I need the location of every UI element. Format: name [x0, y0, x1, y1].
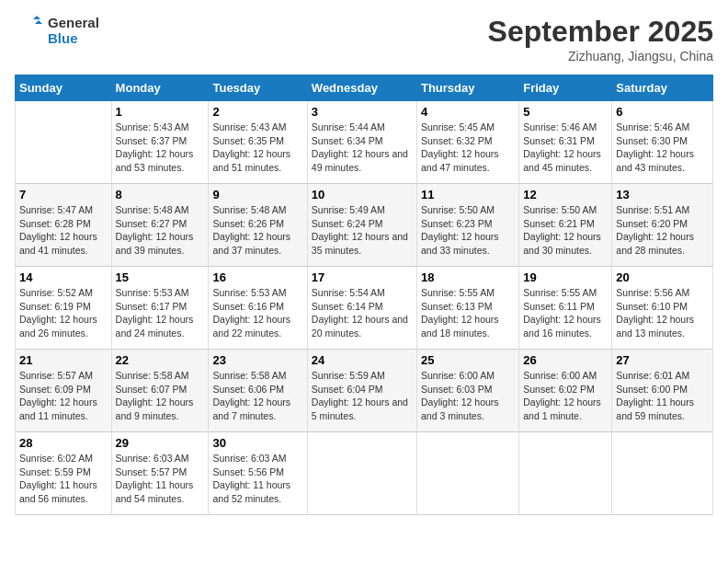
- calendar-cell: 27Sunrise: 6:01 AMSunset: 6:00 PMDayligh…: [612, 350, 713, 432]
- day-info: Sunrise: 5:44 AMSunset: 6:34 PMDaylight:…: [312, 121, 413, 175]
- svg-marker-2: [35, 20, 42, 24]
- logo-blue: Blue: [48, 30, 99, 46]
- day-info: Sunrise: 6:01 AMSunset: 6:00 PMDaylight:…: [616, 369, 709, 423]
- col-header-saturday: Saturday: [612, 75, 713, 101]
- calendar-cell: 12Sunrise: 5:50 AMSunset: 6:21 PMDayligh…: [519, 184, 612, 267]
- day-info: Sunrise: 5:53 AMSunset: 6:17 PMDaylight:…: [116, 286, 205, 340]
- calendar-cell: [519, 432, 612, 515]
- day-info: Sunrise: 5:59 AMSunset: 6:04 PMDaylight:…: [312, 369, 413, 423]
- day-info: Sunrise: 5:45 AMSunset: 6:32 PMDaylight:…: [421, 121, 515, 175]
- day-info: Sunrise: 5:43 AMSunset: 6:35 PMDaylight:…: [212, 121, 302, 175]
- day-info: Sunrise: 5:47 AMSunset: 6:28 PMDaylight:…: [19, 203, 108, 258]
- calendar-cell: [416, 432, 518, 515]
- day-info: Sunrise: 5:46 AMSunset: 6:30 PMDaylight:…: [616, 121, 709, 175]
- day-number: 26: [523, 353, 608, 367]
- day-number: 20: [616, 270, 709, 284]
- day-number: 24: [312, 353, 413, 367]
- calendar-cell: 7Sunrise: 5:47 AMSunset: 6:28 PMDaylight…: [16, 184, 112, 267]
- day-number: 29: [116, 436, 205, 450]
- calendar-cell: 21Sunrise: 5:57 AMSunset: 6:09 PMDayligh…: [16, 350, 112, 432]
- day-info: Sunrise: 5:55 AMSunset: 6:11 PMDaylight:…: [523, 286, 608, 340]
- month-title: September 2025: [488, 15, 713, 49]
- day-info: Sunrise: 5:48 AMSunset: 6:27 PMDaylight:…: [116, 203, 205, 258]
- day-number: 18: [421, 270, 515, 284]
- calendar-cell: 15Sunrise: 5:53 AMSunset: 6:17 PMDayligh…: [111, 267, 209, 350]
- col-header-monday: Monday: [111, 75, 209, 101]
- calendar-cell: 2Sunrise: 5:43 AMSunset: 6:35 PMDaylight…: [209, 101, 307, 184]
- calendar-cell: 1Sunrise: 5:43 AMSunset: 6:37 PMDaylight…: [111, 101, 209, 184]
- calendar-cell: 9Sunrise: 5:48 AMSunset: 6:26 PMDaylight…: [209, 184, 307, 267]
- logo-general: General: [48, 15, 99, 30]
- calendar-cell: 17Sunrise: 5:54 AMSunset: 6:14 PMDayligh…: [307, 267, 416, 350]
- day-number: 12: [523, 188, 608, 201]
- page-header: General Blue September 2025 Zizhuang, Ji…: [15, 15, 713, 63]
- day-info: Sunrise: 5:50 AMSunset: 6:23 PMDaylight:…: [421, 203, 515, 258]
- calendar-cell: 13Sunrise: 5:51 AMSunset: 6:20 PMDayligh…: [612, 184, 713, 267]
- day-number: 23: [212, 353, 302, 367]
- calendar-cell: 22Sunrise: 5:58 AMSunset: 6:07 PMDayligh…: [111, 350, 209, 432]
- day-info: Sunrise: 6:03 AMSunset: 5:56 PMDaylight:…: [212, 452, 302, 506]
- day-info: Sunrise: 5:46 AMSunset: 6:31 PMDaylight:…: [523, 121, 608, 175]
- day-number: 2: [212, 105, 302, 119]
- calendar-cell: 8Sunrise: 5:48 AMSunset: 6:27 PMDaylight…: [111, 184, 209, 267]
- col-header-sunday: Sunday: [16, 75, 112, 101]
- day-number: 16: [212, 270, 302, 284]
- day-number: 4: [421, 105, 515, 119]
- calendar-cell: 6Sunrise: 5:46 AMSunset: 6:30 PMDaylight…: [612, 101, 713, 184]
- calendar-cell: 29Sunrise: 6:03 AMSunset: 5:57 PMDayligh…: [111, 432, 209, 515]
- day-number: 5: [523, 105, 608, 119]
- day-number: 22: [116, 353, 205, 367]
- day-info: Sunrise: 5:54 AMSunset: 6:14 PMDaylight:…: [312, 286, 413, 340]
- title-block: September 2025 Zizhuang, Jiangsu, China: [488, 15, 713, 63]
- day-info: Sunrise: 5:50 AMSunset: 6:21 PMDaylight:…: [523, 203, 608, 258]
- calendar-cell: 20Sunrise: 5:56 AMSunset: 6:10 PMDayligh…: [612, 267, 713, 350]
- calendar-cell: 23Sunrise: 5:58 AMSunset: 6:06 PMDayligh…: [209, 350, 307, 432]
- day-info: Sunrise: 5:43 AMSunset: 6:37 PMDaylight:…: [116, 121, 205, 175]
- calendar-cell: 4Sunrise: 5:45 AMSunset: 6:32 PMDaylight…: [416, 101, 518, 184]
- calendar-cell: 28Sunrise: 6:02 AMSunset: 5:59 PMDayligh…: [16, 432, 112, 515]
- calendar-cell: 5Sunrise: 5:46 AMSunset: 6:31 PMDaylight…: [519, 101, 612, 184]
- day-number: 9: [212, 188, 302, 201]
- calendar-cell: 25Sunrise: 6:00 AMSunset: 6:03 PMDayligh…: [416, 350, 518, 432]
- day-number: 3: [312, 105, 413, 119]
- col-header-thursday: Thursday: [416, 75, 518, 101]
- day-info: Sunrise: 5:52 AMSunset: 6:19 PMDaylight:…: [19, 286, 108, 340]
- logo: General Blue: [15, 15, 99, 47]
- logo-svg: [15, 16, 44, 45]
- calendar-cell: [16, 101, 112, 184]
- col-header-tuesday: Tuesday: [209, 75, 307, 101]
- day-number: 13: [616, 188, 709, 201]
- day-number: 6: [616, 105, 709, 119]
- calendar-cell: 18Sunrise: 5:55 AMSunset: 6:13 PMDayligh…: [416, 267, 518, 350]
- calendar-cell: 10Sunrise: 5:49 AMSunset: 6:24 PMDayligh…: [307, 184, 416, 267]
- day-number: 19: [523, 270, 608, 284]
- day-number: 11: [421, 188, 515, 201]
- day-number: 27: [616, 353, 709, 367]
- day-number: 30: [212, 436, 302, 450]
- day-info: Sunrise: 6:00 AMSunset: 6:03 PMDaylight:…: [421, 369, 515, 423]
- calendar-cell: [307, 432, 416, 515]
- calendar-table: SundayMondayTuesdayWednesdayThursdayFrid…: [15, 75, 713, 515]
- day-info: Sunrise: 5:53 AMSunset: 6:16 PMDaylight:…: [212, 286, 302, 340]
- day-number: 7: [19, 188, 108, 201]
- day-info: Sunrise: 5:49 AMSunset: 6:24 PMDaylight:…: [312, 203, 413, 258]
- calendar-cell: 11Sunrise: 5:50 AMSunset: 6:23 PMDayligh…: [416, 184, 518, 267]
- day-info: Sunrise: 6:00 AMSunset: 6:02 PMDaylight:…: [523, 369, 608, 423]
- day-info: Sunrise: 5:58 AMSunset: 6:07 PMDaylight:…: [116, 369, 205, 423]
- day-number: 21: [19, 353, 108, 367]
- day-info: Sunrise: 5:48 AMSunset: 6:26 PMDaylight:…: [212, 203, 302, 258]
- col-header-friday: Friday: [519, 75, 612, 101]
- calendar-cell: 24Sunrise: 5:59 AMSunset: 6:04 PMDayligh…: [307, 350, 416, 432]
- day-info: Sunrise: 5:58 AMSunset: 6:06 PMDaylight:…: [212, 369, 302, 423]
- day-number: 1: [116, 105, 205, 119]
- day-number: 14: [19, 270, 108, 284]
- col-header-wednesday: Wednesday: [307, 75, 416, 101]
- calendar-cell: 14Sunrise: 5:52 AMSunset: 6:19 PMDayligh…: [16, 267, 112, 350]
- day-info: Sunrise: 6:03 AMSunset: 5:57 PMDaylight:…: [116, 452, 205, 506]
- day-number: 28: [19, 436, 108, 450]
- calendar-cell: 19Sunrise: 5:55 AMSunset: 6:11 PMDayligh…: [519, 267, 612, 350]
- day-number: 25: [421, 353, 515, 367]
- day-number: 10: [312, 188, 413, 201]
- day-info: Sunrise: 5:51 AMSunset: 6:20 PMDaylight:…: [616, 203, 709, 258]
- day-info: Sunrise: 6:02 AMSunset: 5:59 PMDaylight:…: [19, 452, 108, 506]
